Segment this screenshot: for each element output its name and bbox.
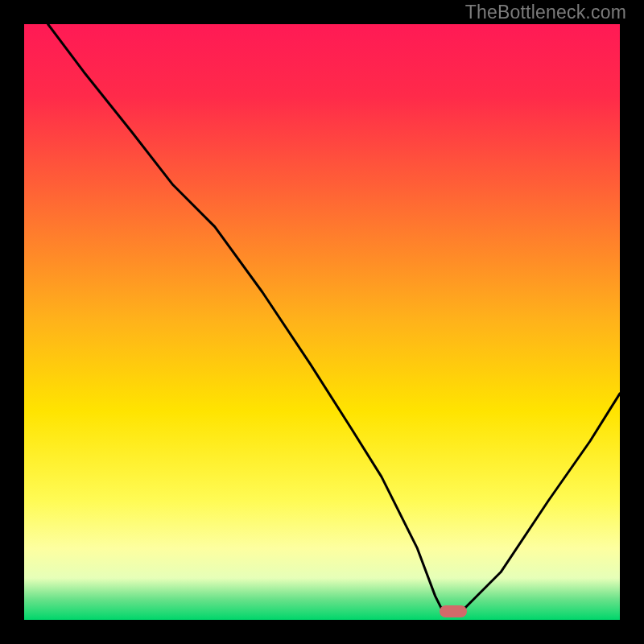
optimal-marker	[440, 605, 467, 617]
watermark-text: TheBottleneck.com	[465, 2, 626, 23]
plot-area	[24, 24, 620, 620]
plot-svg	[24, 24, 620, 620]
heat-gradient	[24, 24, 620, 620]
chart-frame: TheBottleneck.com	[0, 0, 644, 644]
